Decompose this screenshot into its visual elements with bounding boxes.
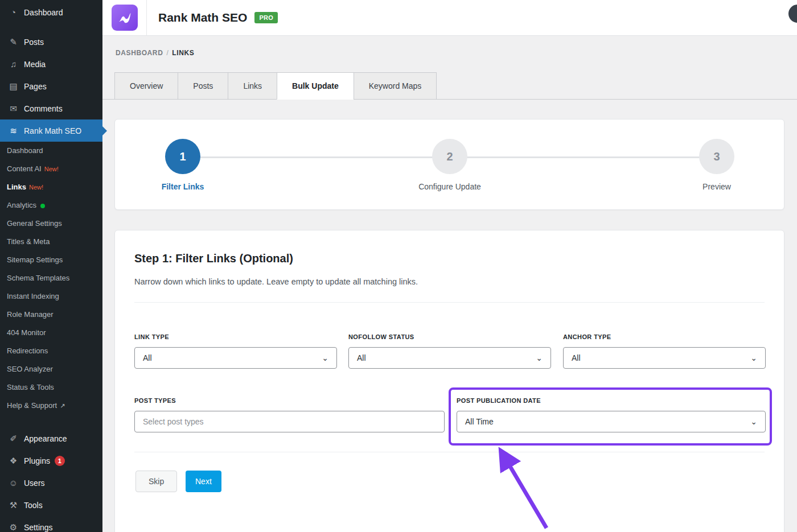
chevron-down-icon: ⌄	[750, 354, 757, 362]
tab-links[interactable]: Links	[228, 72, 277, 100]
sidebar-item-label: Plugins	[24, 456, 50, 465]
tab-posts[interactable]: Posts	[178, 72, 228, 100]
link-type-select[interactable]: All ⌄	[134, 347, 337, 369]
post-types-input[interactable]	[134, 411, 445, 432]
step-configure-update[interactable]: 2 Configure Update	[381, 139, 518, 191]
sidebar-item-rank-math-seo[interactable]: ≋ Rank Math SEO	[0, 119, 102, 142]
tab-bar: Overview Posts Links Bulk Update Keyword…	[102, 72, 797, 100]
sidebar-item-tools[interactable]: ⚒ Tools	[0, 494, 102, 516]
sidebar-subitem-404-monitor[interactable]: 404 Monitor	[0, 324, 102, 342]
link-type-label: LINK TYPE	[134, 333, 169, 340]
step-preview[interactable]: 3 Preview	[648, 139, 785, 191]
sidebar-item-label: Media	[24, 60, 46, 69]
sidebar-subitem-content-ai[interactable]: Content AINew!	[0, 160, 102, 178]
step-label: Preview	[648, 182, 785, 191]
rank-math-icon: ≋	[7, 126, 19, 136]
rank-math-logo	[112, 5, 138, 31]
sidebar-item-comments[interactable]: ✉ Comments	[0, 97, 102, 119]
sidebar-item-media[interactable]: ♫ Media	[0, 53, 102, 75]
nofollow-status-label: NOFOLLOW STATUS	[348, 333, 414, 340]
sidebar-subitem-redirections[interactable]: Redirections	[0, 342, 102, 360]
next-button[interactable]: Next	[186, 471, 221, 492]
skip-button[interactable]: Skip	[135, 471, 177, 492]
subitem-label: Help & Support	[7, 401, 57, 410]
select-value: All	[572, 353, 581, 362]
chevron-down-icon: ⌄	[750, 418, 757, 426]
sidebar-subitem-instant-indexing[interactable]: Instant Indexing	[0, 287, 102, 306]
plugins-update-badge: 1	[55, 456, 65, 466]
chevron-down-icon: ⌄	[322, 354, 328, 362]
sidebar-subitem-analytics[interactable]: Analytics	[0, 196, 102, 215]
sidebar-item-dashboard[interactable]: ◔ Dashboard	[0, 1, 102, 23]
sidebar-item-label: Dashboard	[24, 8, 63, 17]
new-badge: New!	[44, 166, 59, 172]
subitem-label: Instant Indexing	[7, 292, 59, 300]
sidebar-item-label: Users	[24, 479, 45, 488]
subitem-label: Titles & Meta	[7, 237, 50, 246]
new-badge: New!	[29, 184, 43, 191]
tab-bulk-update[interactable]: Bulk Update	[277, 72, 354, 100]
sidebar-item-plugins[interactable]: ❖ Plugins 1	[0, 449, 102, 472]
tab-overview[interactable]: Overview	[114, 72, 178, 100]
subitem-label: Analytics	[7, 201, 36, 209]
sidebar-item-posts[interactable]: ✎ Posts	[0, 31, 102, 53]
sidebar-item-label: Posts	[24, 38, 44, 47]
chevron-down-icon: ⌄	[536, 354, 543, 362]
anchor-type-label: ANCHOR TYPE	[563, 333, 611, 340]
sidebar-subitem-status-tools[interactable]: Status & Tools	[0, 378, 102, 397]
tab-keyword-maps[interactable]: Keyword Maps	[354, 72, 437, 100]
sidebar-subitem-role-manager[interactable]: Role Manager	[0, 306, 102, 324]
sidebar-item-settings[interactable]: ⚙ Settings	[0, 516, 102, 532]
nofollow-status-select[interactable]: All ⌄	[348, 347, 551, 369]
tools-icon: ⚒	[7, 500, 19, 510]
main-area: Rank Math SEO PRO DASHBOARD/LINKS Overvi…	[102, 0, 797, 532]
section-description: Narrow down which links to update. Leave…	[134, 277, 418, 286]
avatar[interactable]	[788, 5, 797, 23]
sidebar-item-label: Tools	[24, 501, 43, 510]
sidebar-separator	[0, 23, 102, 31]
subitem-label: SEO Analyzer	[7, 365, 53, 373]
comments-icon: ✉	[7, 104, 19, 114]
breadcrumb-current: LINKS	[172, 49, 194, 57]
dashboard-icon: ◔	[7, 7, 19, 17]
sidebar-subitem-links[interactable]: LinksNew!	[0, 178, 102, 196]
divider	[134, 452, 765, 452]
admin-sidebar: ◔ Dashboard ✎ Posts ♫ Media ▤ Pages ✉ Co…	[0, 0, 102, 532]
subitem-label: Links	[7, 183, 26, 191]
subitem-label: Redirections	[7, 347, 48, 355]
subitem-label: Dashboard	[7, 146, 43, 155]
select-value: All	[357, 353, 366, 362]
sidebar-item-appearance[interactable]: ✐ Appearance	[0, 427, 102, 449]
sidebar-item-label: Rank Math SEO	[24, 126, 81, 135]
sidebar-subitem-general-settings[interactable]: General Settings	[0, 215, 102, 233]
step-number-circle: 3	[699, 139, 734, 174]
step-filter-links[interactable]: 1 Filter Links	[114, 139, 251, 191]
rank-math-logo-icon	[117, 10, 133, 26]
sidebar-item-pages[interactable]: ▤ Pages	[0, 75, 102, 97]
step-label: Configure Update	[381, 182, 518, 191]
sidebar-subitem-sitemap-settings[interactable]: Sitemap Settings	[0, 251, 102, 269]
stepper-card: 1 Filter Links 2 Configure Update 3 Prev…	[114, 119, 784, 210]
step-number-circle: 2	[432, 139, 467, 174]
filter-links-card: Step 1: Filter Links (Optional) Narrow d…	[114, 230, 784, 532]
sidebar-separator	[0, 415, 102, 427]
anchor-type-select[interactable]: All ⌄	[563, 347, 766, 369]
subitem-label: Schema Templates	[7, 274, 69, 282]
subitem-label: Content AI	[7, 164, 42, 173]
section-heading: Step 1: Filter Links (Optional)	[134, 252, 293, 265]
sidebar-subitem-help-support[interactable]: Help & Support↗	[0, 397, 102, 415]
subitem-label: General Settings	[7, 219, 62, 228]
divider	[134, 302, 765, 303]
post-publication-date-select[interactable]: All Time ⌄	[457, 411, 766, 432]
sidebar-item-label: Settings	[24, 523, 53, 532]
breadcrumb: DASHBOARD/LINKS	[116, 49, 194, 57]
sidebar-subitem-dashboard[interactable]: Dashboard	[0, 142, 102, 160]
posts-icon: ✎	[7, 37, 19, 47]
subitem-label: Sitemap Settings	[7, 255, 63, 264]
breadcrumb-root[interactable]: DASHBOARD	[116, 49, 163, 57]
sidebar-subitem-titles-meta[interactable]: Titles & Meta	[0, 233, 102, 251]
sidebar-item-users[interactable]: ☺ Users	[0, 472, 102, 494]
sidebar-subitem-seo-analyzer[interactable]: SEO Analyzer	[0, 360, 102, 378]
sidebar-subitem-schema-templates[interactable]: Schema Templates	[0, 269, 102, 287]
subitem-label: Status & Tools	[7, 383, 54, 391]
